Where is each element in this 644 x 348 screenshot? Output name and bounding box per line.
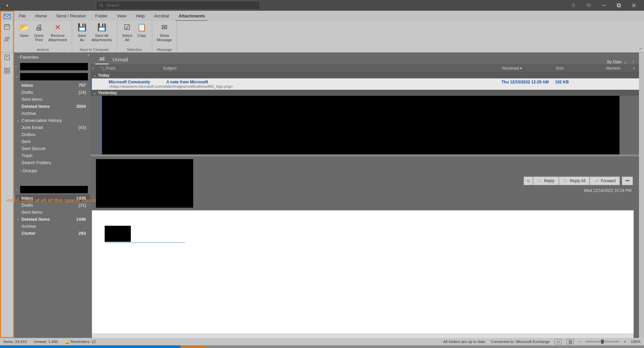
account2-redacted[interactable]: ⌄: [20, 186, 88, 193]
drafts2-count: [31]: [78, 203, 86, 208]
vertical-scrollbar[interactable]: [639, 53, 644, 338]
ribbon-group-save: Save to Computer: [75, 48, 114, 52]
col-subject[interactable]: Subject: [161, 66, 500, 71]
redacted-messages[interactable]: [101, 96, 620, 154]
col-filter[interactable]: ▿: [631, 66, 639, 71]
emoji-button[interactable]: ☺: [524, 177, 533, 185]
yesterday-label: Yesterday: [98, 90, 117, 95]
msg-preview: <https://answers.microsoft.com/static/im…: [109, 84, 639, 88]
search-box[interactable]: [96, 1, 260, 10]
svg-line-1: [102, 6, 103, 7]
taskbar[interactable]: [0, 345, 644, 348]
show-message-button[interactable]: ✉ShowMessage: [155, 21, 174, 48]
svg-point-0: [100, 4, 102, 6]
groups-section[interactable]: ›Groups: [14, 166, 91, 175]
people-icon[interactable]: [4, 36, 10, 43]
col-size[interactable]: Size: [554, 66, 604, 71]
folder-convhistory-1[interactable]: ›Conversation History: [14, 117, 91, 124]
folder-sent-1[interactable]: Sent: [14, 138, 91, 145]
close-button[interactable]: [626, 0, 641, 11]
folder-outbox-1[interactable]: Outbox: [14, 131, 91, 138]
folder-trash-1[interactable]: Trash: [14, 152, 91, 159]
status-reminders[interactable]: 🔔Reminders: 12: [65, 339, 96, 344]
status-items: Items: 29,410: [3, 340, 27, 344]
clutter2-count: 293: [78, 231, 86, 236]
zoom-in-button[interactable]: +: [624, 340, 626, 344]
folder-inbox-1[interactable]: Inbox757: [14, 82, 91, 89]
tab-acrobat[interactable]: Acrobat: [149, 11, 174, 21]
tab-attachments[interactable]: Attachments: [174, 11, 210, 21]
tab-folder[interactable]: Folder: [91, 11, 112, 21]
col-mention[interactable]: Mention: [604, 66, 631, 71]
collapse-ribbon-button[interactable]: ⌃: [639, 47, 642, 52]
zoom-out-button[interactable]: −: [579, 340, 581, 344]
date-group-today[interactable]: ⌄Today: [91, 72, 639, 78]
reading-body-link[interactable]: [105, 242, 185, 243]
more-actions-button[interactable]: •••: [622, 177, 633, 185]
message-row[interactable]: Microsoft Community A note from Microsof…: [91, 78, 639, 90]
account1-redacted[interactable]: ›: [20, 63, 88, 70]
saveall-label2: Attachments: [92, 38, 112, 42]
coming-soon-icon[interactable]: [581, 0, 596, 11]
tab-send-receive[interactable]: Send / Receive: [52, 11, 91, 21]
tab-file[interactable]: File: [14, 11, 31, 21]
collapse-folder-pane[interactable]: ‹: [88, 53, 89, 57]
save-all-attachments-button[interactable]: 💾Save AllAttachments: [90, 21, 114, 48]
maximize-button[interactable]: [611, 0, 626, 11]
chevron-down-icon: ⌄: [624, 60, 627, 64]
reply-button[interactable]: Reply: [533, 177, 559, 185]
minimize-button[interactable]: [596, 0, 611, 11]
folder-pane: ‹ ›Favorites › ⌄ Inbox757 Drafts[24] Sen…: [14, 53, 91, 338]
tab-all[interactable]: All: [95, 54, 109, 64]
more-apps-icon[interactable]: [4, 67, 10, 74]
tab-unread[interactable]: Unread: [109, 55, 132, 64]
folder-clutter-2[interactable]: Clutter293: [14, 230, 91, 237]
folder-deleted-1[interactable]: Deleted Items3004: [14, 103, 91, 110]
folder-archive-2[interactable]: Archive: [14, 223, 91, 230]
select-all-button[interactable]: ☑SelectAll: [120, 21, 135, 48]
quick-print-button[interactable]: 🖨QuickPrint: [32, 21, 46, 48]
forward-button[interactable]: Forward: [590, 177, 620, 185]
remove-attachment-button[interactable]: ✕RemoveAttachment: [46, 21, 69, 48]
copy-button[interactable]: 📋Copy: [135, 21, 149, 48]
folder-archive-1[interactable]: Archive: [14, 110, 91, 117]
folder-sentitems-1[interactable]: Sent Items: [14, 96, 91, 103]
save-as-button[interactable]: 💾SaveAs: [75, 21, 90, 48]
horizontal-scrollbar[interactable]: ◄►: [92, 333, 634, 338]
col-received[interactable]: Received ▾: [500, 66, 554, 71]
replyall-label: Reply All: [570, 179, 586, 183]
svg-point-14: [5, 37, 7, 40]
quick-access-dropdown[interactable]: ▾: [3, 3, 12, 8]
col-attachment[interactable]: 📎: [98, 66, 104, 71]
folder-drafts-1[interactable]: Drafts[24]: [14, 89, 91, 96]
view-reading-button[interactable]: ▤: [567, 339, 574, 344]
folder-sentsecure-1[interactable]: Sent Secure: [14, 145, 91, 152]
sort-ascending-icon[interactable]: ↑: [632, 60, 634, 64]
reply-label: Reply: [544, 179, 554, 183]
calendar-icon[interactable]: [4, 23, 10, 30]
tasks-icon[interactable]: [4, 54, 10, 61]
sort-by-dropdown[interactable]: By Date⌄↑: [607, 60, 634, 64]
view-normal-button[interactable]: ▭: [554, 339, 562, 344]
col-importance[interactable]: !: [91, 66, 98, 71]
zoom-level[interactable]: 100%: [631, 340, 641, 344]
reading-body[interactable]: ◄►: [92, 210, 634, 338]
tab-view[interactable]: View: [112, 11, 131, 21]
folder-searchfolders-1[interactable]: Search Folders: [14, 159, 91, 166]
open-attachment-button[interactable]: 📂Open: [17, 21, 32, 48]
showmsg-label2: Message: [157, 38, 172, 42]
account1b-redacted[interactable]: ⌄: [20, 73, 88, 80]
notifications-icon[interactable]: [566, 0, 581, 11]
date-group-yesterday[interactable]: ⌄Yesterday: [91, 90, 639, 96]
folder-junk-1[interactable]: Junk Email[43]: [14, 124, 91, 131]
tab-home[interactable]: Home: [31, 11, 52, 21]
mail-module-icon[interactable]: [0, 11, 14, 21]
search-input[interactable]: [106, 3, 257, 8]
col-from[interactable]: From: [104, 66, 161, 71]
zoom-slider[interactable]: [586, 341, 619, 342]
favorites-section[interactable]: ›Favorites: [14, 53, 91, 62]
folder-sentitems-2[interactable]: Sent Items: [14, 209, 91, 216]
tab-help[interactable]: Help: [131, 11, 150, 21]
reply-all-button[interactable]: Reply All: [559, 177, 590, 185]
folder-deleted-2[interactable]: ›Deleted Items1446: [14, 216, 91, 223]
